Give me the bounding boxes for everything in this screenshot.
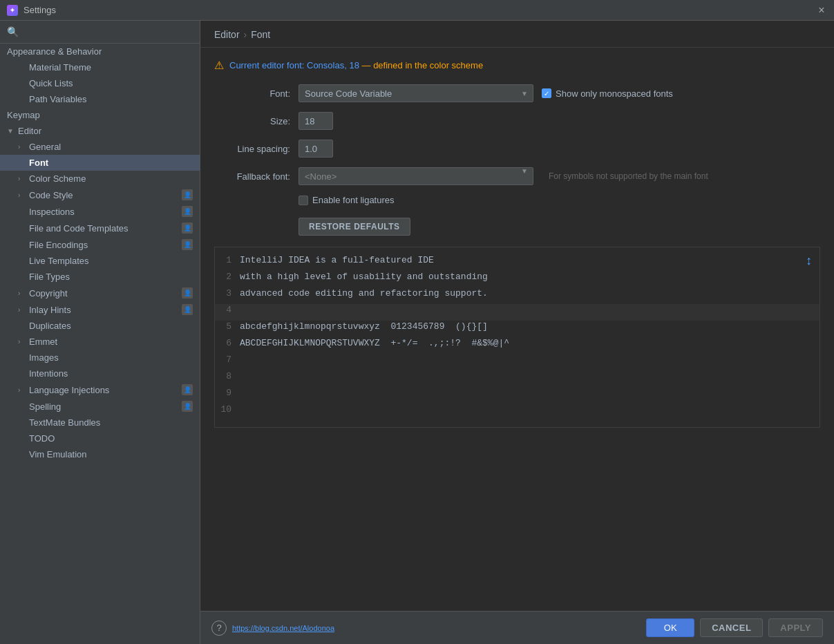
breadcrumb-current: Font	[251, 29, 270, 40]
sidebar-item-label: File Encodings	[29, 240, 182, 250]
sidebar-item-quick-lists[interactable]: Quick Lists	[0, 75, 200, 91]
sidebar-item-path-variables[interactable]: Path Variables	[0, 91, 200, 107]
sidebar-item-textmate-bundles[interactable]: TextMate Bundles	[0, 415, 200, 430]
sidebar-item-color-scheme[interactable]: ›Color Scheme	[0, 171, 200, 187]
show-mono-checkbox[interactable]: ✓	[542, 88, 551, 98]
line-spacing-row: Line spacing:	[214, 140, 820, 158]
sidebar-item-icon: 👤	[182, 304, 193, 315]
line-content: ABCDEFGHIJKLMNOPQRSTUVWXYZ +-*/= .,;:!? …	[240, 338, 509, 348]
fallback-label: Fallback font:	[214, 171, 290, 182]
sidebar-item-label: General	[29, 142, 193, 152]
breadcrumb-parent: Editor	[214, 29, 240, 40]
expand-icon: ▼	[7, 127, 15, 135]
breadcrumb: Editor › Font	[200, 21, 834, 48]
main-layout: 🔍 Appearance & BehaviorMaterial ThemeQui…	[0, 21, 834, 644]
content-area: Editor › Font ⚠ Current editor font: Con…	[200, 21, 834, 644]
sidebar-item-emmet[interactable]: ›Emmet	[0, 334, 200, 350]
sidebar-item-keymap[interactable]: Keymap	[0, 107, 200, 123]
sidebar-item-file-types[interactable]: File Types	[0, 269, 200, 285]
line-number: 7	[215, 354, 240, 365]
warning-icon: ⚠	[214, 59, 224, 72]
sidebar-item-editor[interactable]: ▼Editor	[0, 123, 200, 139]
sidebar-item-appearance[interactable]: Appearance & Behavior	[0, 44, 200, 59]
preview-line: 3advanced code editing and refactoring s…	[215, 287, 819, 304]
fallback-font-select[interactable]: <None>	[298, 167, 533, 185]
line-number: 3	[215, 288, 240, 299]
sidebar-item-label: Spelling	[29, 401, 182, 412]
font-label: Font:	[214, 88, 290, 99]
scroll-indicator-icon: ↕	[805, 254, 813, 268]
cancel-button[interactable]: CANCEL	[700, 618, 763, 637]
sidebar-item-language-injections[interactable]: ›Language Injections👤	[0, 381, 200, 398]
ligatures-row[interactable]: Enable font ligatures	[298, 195, 820, 205]
sidebar-item-file-code-templates[interactable]: File and Code Templates👤	[0, 220, 200, 236]
sidebar-item-code-style[interactable]: ›Code Style👤	[0, 187, 200, 203]
sidebar-item-inlay-hints[interactable]: ›Inlay Hints👤	[0, 301, 200, 318]
sidebar-item-intentions[interactable]: Intentions	[0, 366, 200, 381]
bottom-url[interactable]: https://blog.csdn.net/Alodonoa	[232, 624, 641, 632]
font-select[interactable]: Source Code Variable	[298, 84, 533, 102]
size-label: Size:	[214, 116, 290, 126]
line-number: 4	[215, 305, 240, 315]
search-input-area[interactable]: 🔍	[7, 26, 193, 37]
restore-defaults-button[interactable]: RESTORE DEFAULTS	[298, 218, 410, 236]
sidebar-item-label: Material Theme	[29, 62, 193, 73]
apply-button[interactable]: APPLY	[768, 618, 823, 637]
sidebar-item-vim-emulation[interactable]: Vim Emulation	[0, 446, 200, 462]
sidebar-item-images[interactable]: Images	[0, 350, 200, 366]
sidebar-item-font[interactable]: Font	[0, 155, 200, 171]
sidebar-item-label: File and Code Templates	[29, 223, 182, 234]
line-spacing-input[interactable]	[298, 140, 333, 158]
sidebar-item-copyright[interactable]: ›Copyright👤	[0, 285, 200, 301]
sidebar-item-general[interactable]: ›General	[0, 139, 200, 155]
preview-area: 1IntelliJ IDEA is a full-featured IDE2wi…	[214, 247, 820, 428]
sidebar-item-label: Images	[29, 352, 193, 363]
title-text: Settings	[23, 5, 56, 15]
sidebar-item-label: Language Injections	[29, 385, 182, 395]
sidebar-item-material-theme[interactable]: Material Theme	[0, 59, 200, 75]
sidebar-item-icon: 👤	[182, 222, 193, 234]
sidebar-item-label: Intentions	[29, 368, 193, 379]
preview-line: 2with a high level of usability and outs…	[215, 271, 819, 287]
line-content: with a high level of usability and outst…	[240, 272, 488, 282]
ok-button[interactable]: OK	[646, 618, 694, 637]
warning-link[interactable]: Current editor font: Consolas, 18	[229, 60, 359, 70]
size-input[interactable]	[298, 112, 333, 130]
expand-icon: ›	[18, 386, 26, 394]
line-number: 5	[215, 321, 240, 332]
sidebar-item-label: Inlay Hints	[29, 305, 182, 315]
size-row: Size:	[214, 112, 820, 130]
sidebar-item-label: Keymap	[7, 110, 193, 120]
line-number: 8	[215, 371, 240, 381]
sidebar-item-label: Duplicates	[29, 321, 193, 331]
sidebar-item-icon: 👤	[182, 206, 193, 217]
sidebar-item-inspections[interactable]: Inspections👤	[0, 203, 200, 220]
breadcrumb-separator: ›	[244, 29, 247, 40]
expand-icon: ›	[18, 143, 26, 151]
preview-line: 7	[215, 354, 819, 370]
sidebar-item-label: Color Scheme	[29, 173, 193, 184]
fallback-select-wrapper: <None> ▼	[298, 167, 533, 185]
expand-icon: ›	[18, 191, 26, 199]
ligatures-checkbox[interactable]	[298, 196, 308, 205]
sidebar-item-label: TODO	[29, 433, 193, 444]
sidebar: 🔍 Appearance & BehaviorMaterial ThemeQui…	[0, 21, 200, 644]
preview-line: 4	[215, 304, 819, 321]
sidebar-item-spelling[interactable]: Spelling👤	[0, 398, 200, 415]
sidebar-item-file-encodings[interactable]: File Encodings👤	[0, 236, 200, 253]
line-content: IntelliJ IDEA is a full-featured IDE	[240, 255, 434, 265]
help-icon[interactable]: ?	[211, 621, 227, 636]
preview-line: 5abcdefghijklmnopqrstuvwxyz 0123456789 (…	[215, 321, 819, 337]
settings-panel: ⚠ Current editor font: Consolas, 18 — de…	[200, 48, 834, 611]
sidebar-item-duplicates[interactable]: Duplicates	[0, 318, 200, 334]
sidebar-item-label: Live Templates	[29, 256, 193, 266]
font-row: Font: Source Code Variable ▼ ✓ Show only…	[214, 84, 820, 102]
sidebar-item-icon: 👤	[182, 189, 193, 200]
sidebar-item-icon: 👤	[182, 401, 193, 412]
line-number: 1	[215, 255, 240, 265]
sidebar-item-label: Quick Lists	[29, 78, 193, 88]
close-button[interactable]: ×	[816, 5, 827, 16]
sidebar-item-todo[interactable]: TODO	[0, 430, 200, 446]
show-mono-label[interactable]: ✓ Show only monospaced fonts	[542, 88, 673, 99]
sidebar-item-live-templates[interactable]: Live Templates	[0, 253, 200, 269]
